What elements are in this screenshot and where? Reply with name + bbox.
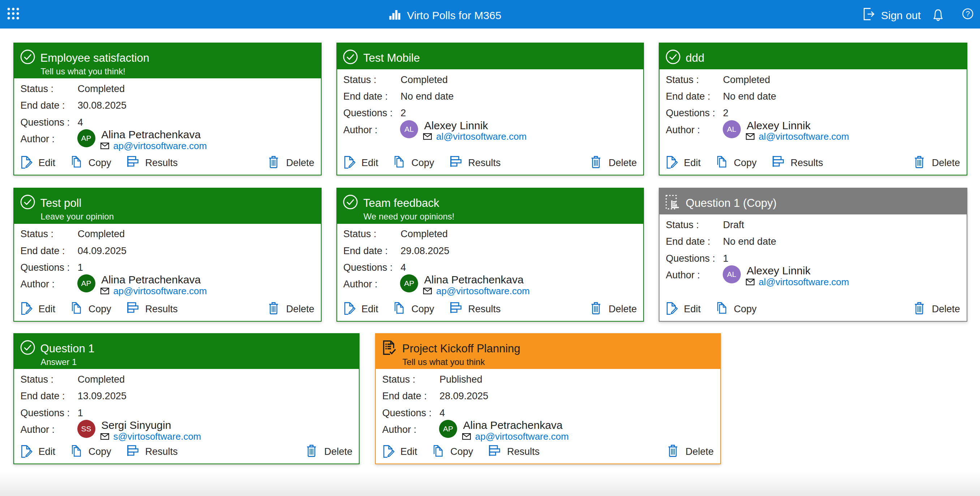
- svg-text:?: ?: [966, 10, 970, 18]
